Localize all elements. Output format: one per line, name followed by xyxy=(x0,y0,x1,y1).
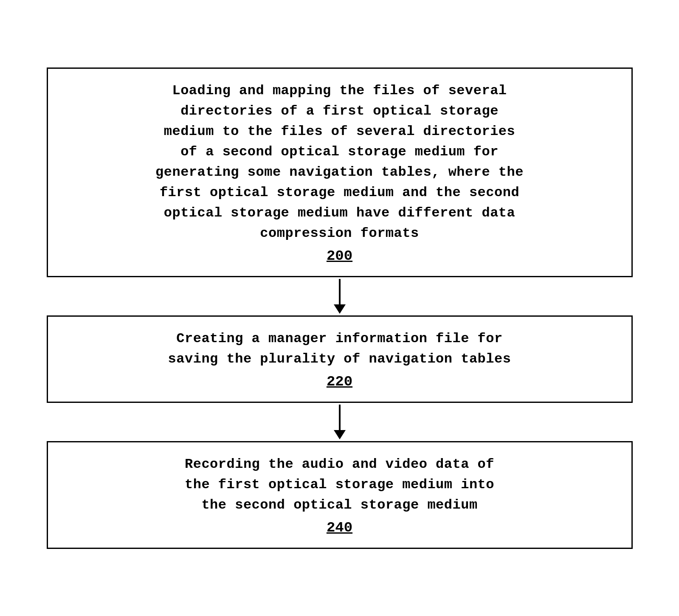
flow-box-240-label: 240 xyxy=(65,520,614,536)
flow-box-200-text: Loading and mapping the files of several… xyxy=(65,81,614,244)
flow-box-220: Creating a manager information file for … xyxy=(47,315,633,403)
arrow-1 xyxy=(334,277,346,315)
arrow-2 xyxy=(334,403,346,441)
flow-box-200: Loading and mapping the files of several… xyxy=(47,68,633,277)
flow-box-220-label: 220 xyxy=(65,374,614,390)
flow-box-200-label: 200 xyxy=(65,248,614,264)
arrow-2-line xyxy=(339,405,341,430)
flow-box-220-text: Creating a manager information file for … xyxy=(65,329,614,369)
arrow-2-head xyxy=(334,430,346,439)
arrow-1-line xyxy=(339,279,341,304)
flow-box-240-text: Recording the audio and video data of th… xyxy=(65,454,614,515)
arrow-1-head xyxy=(334,304,346,314)
flow-box-240: Recording the audio and video data of th… xyxy=(47,441,633,549)
flowchart-container: Loading and mapping the files of several… xyxy=(0,0,679,616)
